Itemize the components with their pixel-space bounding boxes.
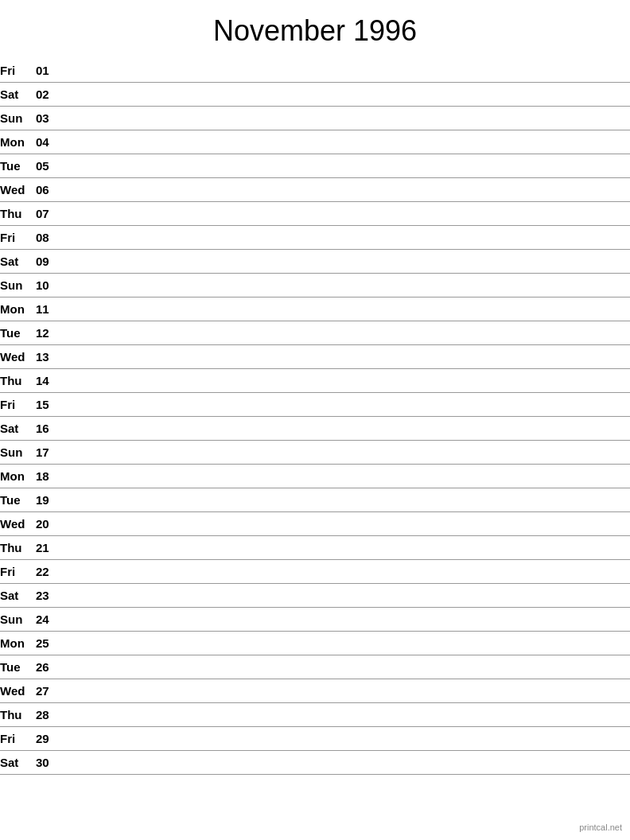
- day-writing-area[interactable]: [60, 417, 630, 441]
- day-number: 22: [36, 560, 60, 584]
- day-writing-area[interactable]: [60, 488, 630, 512]
- day-writing-area[interactable]: [60, 321, 630, 345]
- calendar-row: Thu14: [0, 369, 630, 393]
- day-name: Mon: [0, 298, 36, 321]
- day-number: 06: [36, 178, 60, 202]
- day-number: 02: [36, 83, 60, 107]
- day-number: 27: [36, 679, 60, 703]
- day-number: 19: [36, 488, 60, 512]
- day-writing-area[interactable]: [60, 655, 630, 679]
- day-writing-area[interactable]: [60, 83, 630, 107]
- day-name: Sun: [0, 274, 36, 298]
- day-writing-area[interactable]: [60, 465, 630, 488]
- day-number: 23: [36, 584, 60, 608]
- day-writing-area[interactable]: [60, 130, 630, 154]
- day-name: Tue: [0, 488, 36, 512]
- calendar-row: Thu28: [0, 703, 630, 727]
- day-name: Fri: [0, 727, 36, 751]
- calendar-row: Fri01: [0, 59, 630, 83]
- calendar-row: Tue26: [0, 655, 630, 679]
- calendar-row: Sun03: [0, 107, 630, 130]
- day-writing-area[interactable]: [60, 536, 630, 560]
- day-name: Wed: [0, 345, 36, 369]
- day-writing-area[interactable]: [60, 393, 630, 417]
- page-title: November 1996: [0, 0, 630, 56]
- day-writing-area[interactable]: [60, 608, 630, 632]
- calendar-row: Sat23: [0, 584, 630, 608]
- day-number: 28: [36, 703, 60, 727]
- day-name: Wed: [0, 178, 36, 202]
- day-name: Wed: [0, 679, 36, 703]
- day-name: Tue: [0, 154, 36, 178]
- day-number: 14: [36, 369, 60, 393]
- day-writing-area[interactable]: [60, 178, 630, 202]
- day-number: 04: [36, 130, 60, 154]
- day-number: 05: [36, 154, 60, 178]
- calendar-row: Sun24: [0, 608, 630, 632]
- day-writing-area[interactable]: [60, 154, 630, 178]
- calendar-row: Wed06: [0, 178, 630, 202]
- calendar-row: Wed20: [0, 512, 630, 536]
- day-writing-area[interactable]: [60, 202, 630, 226]
- day-writing-area[interactable]: [60, 751, 630, 775]
- day-name: Sat: [0, 584, 36, 608]
- day-name: Sun: [0, 441, 36, 465]
- calendar-table: Fri01Sat02Sun03Mon04Tue05Wed06Thu07Fri08…: [0, 59, 630, 775]
- day-writing-area[interactable]: [60, 703, 630, 727]
- calendar-row: Tue05: [0, 154, 630, 178]
- day-writing-area[interactable]: [60, 560, 630, 584]
- calendar-row: Fri29: [0, 727, 630, 751]
- calendar-row: Mon25: [0, 632, 630, 655]
- day-writing-area[interactable]: [60, 441, 630, 465]
- calendar-row: Sat30: [0, 751, 630, 775]
- calendar-row: Sat09: [0, 250, 630, 274]
- day-name: Sun: [0, 608, 36, 632]
- day-writing-area[interactable]: [60, 727, 630, 751]
- day-name: Fri: [0, 560, 36, 584]
- day-name: Thu: [0, 536, 36, 560]
- calendar-row: Sat16: [0, 417, 630, 441]
- calendar-row: Thu21: [0, 536, 630, 560]
- day-name: Fri: [0, 226, 36, 250]
- day-name: Thu: [0, 202, 36, 226]
- day-name: Wed: [0, 512, 36, 536]
- day-writing-area[interactable]: [60, 345, 630, 369]
- day-name: Fri: [0, 59, 36, 83]
- calendar-row: Fri08: [0, 226, 630, 250]
- day-writing-area[interactable]: [60, 250, 630, 274]
- day-number: 15: [36, 393, 60, 417]
- day-number: 30: [36, 751, 60, 775]
- calendar-row: Sat02: [0, 83, 630, 107]
- day-writing-area[interactable]: [60, 298, 630, 321]
- day-number: 17: [36, 441, 60, 465]
- day-name: Thu: [0, 703, 36, 727]
- day-name: Mon: [0, 130, 36, 154]
- day-writing-area[interactable]: [60, 107, 630, 130]
- day-writing-area[interactable]: [60, 369, 630, 393]
- day-number: 12: [36, 321, 60, 345]
- day-number: 09: [36, 250, 60, 274]
- day-writing-area[interactable]: [60, 274, 630, 298]
- day-name: Mon: [0, 632, 36, 655]
- day-writing-area[interactable]: [60, 584, 630, 608]
- day-name: Mon: [0, 465, 36, 488]
- day-number: 07: [36, 202, 60, 226]
- day-number: 13: [36, 345, 60, 369]
- day-writing-area[interactable]: [60, 512, 630, 536]
- day-writing-area[interactable]: [60, 632, 630, 655]
- day-number: 01: [36, 59, 60, 83]
- day-name: Sun: [0, 107, 36, 130]
- day-writing-area[interactable]: [60, 226, 630, 250]
- day-name: Sat: [0, 250, 36, 274]
- day-number: 10: [36, 274, 60, 298]
- calendar-row: Thu07: [0, 202, 630, 226]
- day-name: Sat: [0, 751, 36, 775]
- day-name: Sat: [0, 417, 36, 441]
- calendar-row: Fri22: [0, 560, 630, 584]
- calendar-row: Tue19: [0, 488, 630, 512]
- day-name: Tue: [0, 655, 36, 679]
- day-number: 18: [36, 465, 60, 488]
- day-writing-area[interactable]: [60, 59, 630, 83]
- day-name: Sat: [0, 83, 36, 107]
- day-writing-area[interactable]: [60, 679, 630, 703]
